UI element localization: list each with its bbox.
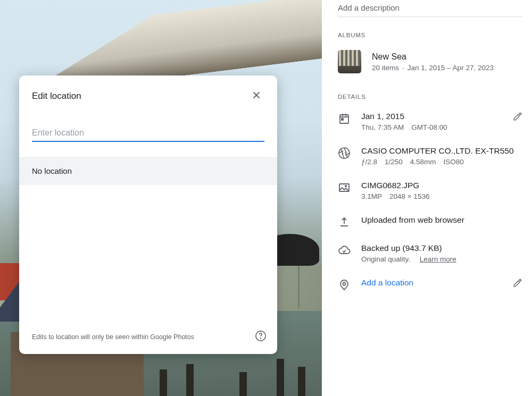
album-meta: 20 items·Jan 1, 2015 – Apr 27, 2023: [372, 64, 522, 72]
description-field[interactable]: Add a description: [338, 0, 522, 17]
svg-point-4: [339, 148, 350, 158]
close-button[interactable]: [248, 87, 264, 105]
svg-rect-3: [342, 119, 343, 120]
album-name: New Sea: [372, 52, 522, 62]
description-placeholder: Add a description: [338, 3, 400, 12]
scene-pier-posts: [160, 353, 319, 396]
upload-label: Uploaded from web browser: [361, 215, 522, 225]
photo-viewport: Edit location No location Edits to locat…: [0, 0, 322, 396]
close-icon: [251, 95, 262, 103]
album-row[interactable]: New Sea 20 items·Jan 1, 2015 – Apr 27, 2…: [338, 50, 522, 73]
location-input[interactable]: [32, 125, 264, 142]
calendar-icon: [338, 112, 351, 125]
file-name: CIMG0682.JPG: [361, 181, 522, 190]
footer-note: Edits to location will only be seen with…: [32, 333, 194, 341]
location-pin-icon: [338, 279, 351, 291]
upload-icon: [338, 216, 351, 229]
date-primary: Jan 1, 2015: [361, 112, 513, 121]
location-row: Add a location: [338, 278, 522, 291]
aperture-icon: [338, 147, 351, 159]
upload-row: Uploaded from web browser: [338, 215, 522, 229]
albums-section-label: ALBUMS: [338, 32, 522, 38]
no-location-label: No location: [32, 166, 72, 175]
help-icon: [255, 335, 267, 343]
camera-name: CASIO COMPUTER CO.,LTD. EX-TR550: [361, 146, 522, 156]
modal-title: Edit location: [32, 91, 81, 102]
date-row: Jan 1, 2015 Thu, 7:35 AMGMT-08:00: [338, 112, 522, 131]
cloud-check-icon: [338, 244, 351, 257]
backup-quality: Original quality. Learn more: [361, 255, 522, 263]
learn-more-link[interactable]: Learn more: [420, 255, 456, 263]
album-thumbnail: [338, 50, 361, 73]
edit-date-button[interactable]: [513, 112, 522, 123]
file-row: CIMG0682.JPG 3.1MP2048 × 1536: [338, 181, 522, 200]
date-secondary: Thu, 7:35 AMGMT-08:00: [361, 123, 513, 131]
add-location-link[interactable]: Add a location: [361, 278, 513, 288]
svg-point-7: [343, 283, 346, 285]
details-section-label: DETAILS: [338, 94, 522, 100]
backup-row: Backed up (943.7 KB) Original quality. L…: [338, 243, 522, 263]
image-icon: [338, 181, 351, 194]
svg-point-1: [261, 338, 261, 339]
camera-meta: ƒ/2.81/2504.58mmISO80: [361, 158, 522, 166]
file-meta: 3.1MP2048 × 1536: [361, 192, 522, 200]
backup-label: Backed up (943.7 KB): [361, 243, 522, 253]
no-location-option[interactable]: No location: [19, 157, 277, 185]
camera-row: CASIO COMPUTER CO.,LTD. EX-TR550 ƒ/2.81/…: [338, 146, 522, 166]
help-button[interactable]: [255, 330, 267, 343]
svg-point-6: [345, 186, 346, 187]
edit-location-button[interactable]: [513, 278, 522, 290]
edit-location-modal: Edit location No location Edits to locat…: [19, 75, 277, 354]
info-panel: Add a description ALBUMS New Sea 20 item…: [322, 0, 532, 396]
